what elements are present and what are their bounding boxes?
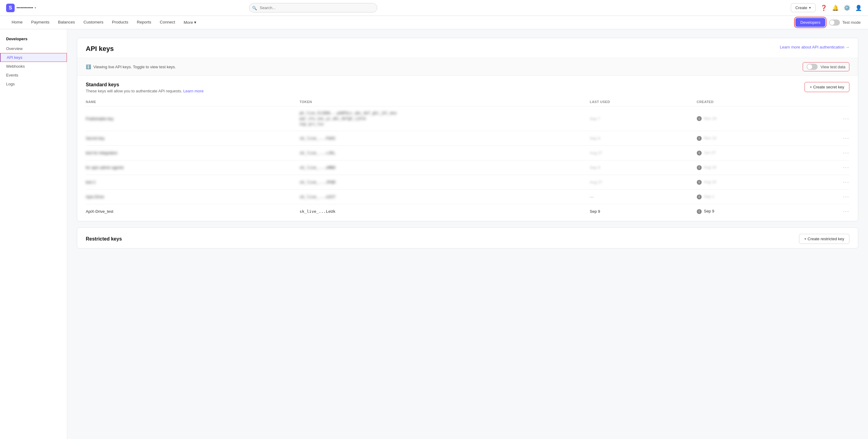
info-badge: i [697,116,702,121]
key-token: sk_live_...JPQR [300,175,590,190]
key-actions: ··· [804,146,849,160]
top-nav: S •••••••••••• ▾ 🔍 Create ▾ ❓ 🔔 ⚙️ 👤 [0,0,868,16]
standard-keys-table-wrap: NAME TOKEN LAST USED CREATED Publishable… [77,97,858,221]
info-badge: i [697,150,702,156]
sidebar-item-api-keys[interactable]: API keys [0,53,67,62]
col-header-last-used: LAST USED [590,97,696,106]
restricted-keys-header: Restricted keys + Create restricted key [77,228,858,248]
brand-logo[interactable]: S [6,4,14,12]
col-header-name: NAME [86,97,300,106]
search-area: 🔍 [249,3,377,12]
top-nav-right: Create ▾ ❓ 🔔 ⚙️ 👤 [791,3,862,12]
nav-home[interactable]: Home [7,16,27,29]
key-name: test 2 [86,175,300,190]
key-name: Publishable key [86,106,300,131]
row-menu-button[interactable]: ··· [843,115,849,122]
table-body: Publishable key pk_live_51JD8k...pU8Fbcc… [86,106,849,219]
sidebar-item-events[interactable]: Events [0,71,67,79]
key-token: sk_live_...oSST [300,190,590,204]
main-content: API keys Learn more about API authentica… [67,29,868,439]
col-header-actions [804,97,849,106]
nav-payments[interactable]: Payments [27,16,54,29]
table-row: Apix-Drive sk_live_...oSST — i Sep 1 ··· [86,190,849,204]
restricted-keys-title: Restricted keys [86,236,122,242]
help-icon[interactable]: ❓ [820,5,827,11]
key-created: i Aug 10 [697,175,804,190]
restricted-keys-card: Restricted keys + Create restricted key [77,228,858,248]
sidebar-item-overview[interactable]: Overview [0,44,67,53]
key-actions: ··· [804,190,849,204]
key-token: sk_live_...cJKL [300,146,590,160]
key-created: i Nov 10 [697,106,804,131]
create-secret-key-button[interactable]: + Create secret key [805,82,849,92]
sidebar-item-webhooks[interactable]: Webhooks [0,62,67,71]
view-test-data-toggle[interactable] [807,64,818,70]
info-bar-left: ℹ️ Viewing live API keys. Toggle to view… [86,64,176,69]
create-restricted-key-button[interactable]: + Create restricted key [799,234,849,244]
key-token: pk_live_51JD8k...pU8Fbcc_abc_def_ghi_jkl… [300,106,590,131]
user-avatar[interactable]: 👤 [855,5,862,11]
sidebar: Developers Overview API keys Webhooks Ev… [0,29,67,439]
key-name: ApiX-Drive_test [86,204,300,219]
info-badge: i [697,195,702,199]
row-menu-button[interactable]: ··· [843,135,849,141]
nav-balances[interactable]: Balances [54,16,79,29]
test-mode-toggle[interactable] [829,20,840,26]
org-name[interactable]: •••••••••••• ▾ [17,5,36,10]
key-last-used: Sep 9 [590,131,696,146]
key-last-used: Aug 27 [590,146,696,160]
standard-keys-title: Standard keys [86,82,204,88]
brand-area: S •••••••••••• ▾ [6,4,36,12]
create-button[interactable]: Create ▾ [791,3,815,12]
nav-more[interactable]: More ▾ [180,16,201,29]
nav-reports[interactable]: Reports [132,16,155,29]
learn-more-link-standard[interactable]: Learn more [183,89,203,93]
key-created: i Nov 12 [697,131,804,146]
card-header: API keys Learn more about API authentica… [77,38,858,58]
row-menu-button[interactable]: ··· [843,194,849,200]
key-created: i Aug 10 [697,160,804,175]
page-title: API keys [86,45,114,53]
info-icon: ℹ️ [86,64,91,69]
notification-icon[interactable]: 🔔 [832,5,839,11]
standard-keys-subtitle: These keys will allow you to authenticat… [86,89,204,93]
view-test-data-wrap: View test data [803,62,849,71]
sidebar-item-logs[interactable]: Logs [0,79,67,89]
row-menu-button[interactable]: ··· [843,179,849,185]
nav-products[interactable]: Products [108,16,132,29]
key-token: sk_live_...oMNO [300,160,590,175]
search-input[interactable] [249,3,377,12]
standard-keys-header: Standard keys These keys will allow you … [77,76,858,97]
key-name: Apix-Drive [86,190,300,204]
key-last-used: — [590,190,696,204]
row-menu-button[interactable]: ··· [843,208,849,214]
col-header-created: CREATED [697,97,804,106]
test-mode-toggle-wrap: Test mode [829,20,861,26]
key-token: sk_live_...LeUk [300,204,590,219]
nav-connect[interactable]: Connect [155,16,179,29]
view-test-data-label: View test data [821,65,845,69]
settings-icon[interactable]: ⚙️ [844,5,850,11]
key-actions: ··· [804,160,849,175]
nav-customers[interactable]: Customers [79,16,108,29]
learn-more-link[interactable]: Learn more about API authentication → [780,45,849,49]
key-created: i Sep 1 [697,190,804,204]
row-menu-button[interactable]: ··· [843,164,849,170]
search-icon: 🔍 [252,5,257,10]
developers-button[interactable]: Developers [795,18,825,27]
key-last-used: Sep 9 [590,204,696,219]
row-menu-button[interactable]: ··· [843,150,849,156]
table-row: test 2 sk_live_...JPQR Aug 27 i Aug 10 ·… [86,175,849,190]
col-header-token: TOKEN [300,97,590,106]
key-last-used: Sep 9 [590,160,696,175]
sidebar-section-title: Developers [0,37,67,44]
table-row: test for integration sk_live_...cJKL Aug… [86,146,849,160]
info-badge: i [697,165,702,170]
key-name: Secret key [86,131,300,146]
test-mode-label: Test mode [842,20,861,25]
table-row: for apix admin agents sk_live_...oMNO Se… [86,160,849,175]
info-bar-text: Viewing live API keys. Toggle to view te… [93,65,176,69]
table-head: NAME TOKEN LAST USED CREATED [86,97,849,106]
info-badge: i [697,180,702,185]
api-keys-card: API keys Learn more about API authentica… [77,38,858,221]
